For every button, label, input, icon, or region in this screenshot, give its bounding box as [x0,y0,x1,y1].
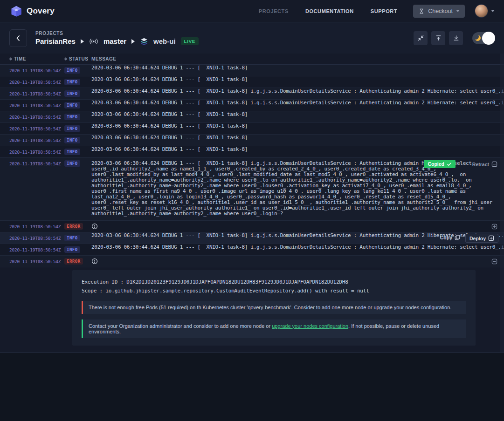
status-badge: INFO [64,79,80,85]
user-menu[interactable] [475,5,495,17]
play-separator-icon [131,39,135,44]
theme-toggle[interactable] [472,32,495,44]
log-time: 2020-11-19T08:50:54Z [0,123,64,134]
status-badge: INFO [64,137,80,143]
copy-icon [455,235,460,240]
log-time: 2020-11-19T08:50:54Z [0,111,64,122]
qovery-logo-icon [10,5,22,17]
breadcrumb: PROJECTS ParisianRes master web-ui LIVE [35,31,199,46]
execution-id-value: D1K2DIJD20123F9129JD0J1DJAPFOAPDN182DU12… [126,279,348,285]
log-time: 2020-11-19T08:50:54Z [0,65,64,76]
log-row[interactable]: 2020-11-19T08:50:54Z INFO 2020-03-06 06:… [0,76,504,88]
column-label: STATUS [69,56,89,61]
log-row[interactable]: 2020-11-19T08:50:54Z ERROR [0,256,504,267]
qovery-brand[interactable]: Qovery [10,5,55,17]
log-time: 2020-11-19T08:50:54Z [0,256,64,267]
alert-circle-icon [91,258,98,265]
nav-link-projects[interactable]: PROJECTS [259,8,289,14]
breadcrumb-service[interactable]: web-ui [153,37,176,45]
nav-link-documentation[interactable]: DOCUMENTATION [305,8,354,14]
scope-label: Scope : [82,288,103,294]
checkout-button[interactable]: Checkout [413,5,465,18]
log-row[interactable]: 2020-11-19T08:50:54Z INFO 2020-03-06 06:… [0,244,504,256]
log-row[interactable]: 2020-11-19T08:50:54Z INFO 2020-03-06 06:… [0,100,504,111]
status-badge: INFO [64,235,80,241]
copied-button[interactable]: Copied [424,160,456,168]
log-message: 2020-03-06 06:30:44.624 DEBUG 1 --- [ XN… [91,65,504,71]
checkout-label: Checkout [428,8,453,14]
log-message: 2020-03-06 06:30:44.624 DEBUG 1 --- [ XN… [91,135,504,141]
chevron-down-icon [456,10,460,12]
upgrade-nodes-link[interactable]: upgrade your nodes configuration [272,323,348,329]
log-time: 2020-11-19T08:50:54Z [0,76,64,88]
warning-note: There is not enough free Pods (51 requir… [82,301,466,314]
column-label: MESSAGE [91,56,117,61]
advice-note: Contact your Organization admninistrator… [82,319,466,338]
top-navbar: Qovery PROJECTS DOCUMENTATION SUPPORT Ch… [0,0,504,22]
expand-row-button[interactable] [491,224,497,230]
log-row[interactable]: 2020-11-19T08:50:54Z INFO 2020-03-06 06:… [0,232,504,244]
column-header-status[interactable]: STATUS [64,56,91,61]
breadcrumb-eyebrow: PROJECTS [35,31,199,36]
log-time: 2020-11-19T08:50:54Z [0,100,64,111]
alert-circle-icon [91,223,98,230]
log-message: 2020-03-06 06:30:44.624 DEBUG 1 --- [ XN… [91,88,504,94]
log-time: 2020-11-19T08:50:54Z [0,135,64,146]
collapse-arrows-icon [417,34,424,41]
column-header-time[interactable]: TIME [0,56,64,61]
avatar[interactable] [475,5,488,17]
status-badge: ERROR [64,258,83,265]
log-time: 2020-11-19T08:50:54Z [0,88,64,99]
toggle-knob[interactable] [482,32,495,45]
status-badge: INFO [64,125,80,132]
log-row[interactable]: 2020-11-19T08:50:54Z INFO 2020-03-06 06:… [0,88,504,100]
layers-icon [140,37,148,46]
scrollbar-track[interactable] [500,54,504,352]
log-time: 2020-11-19T08:50:54Z [0,158,64,169]
broadcast-icon [89,38,98,45]
nav-links: PROJECTS DOCUMENTATION SUPPORT [259,8,397,14]
log-time: 2020-11-19T08:50:54Z [0,232,64,244]
log-row[interactable]: 2020-11-19T08:50:54Z INFO 2020-03-06 06:… [0,158,504,221]
retract-button[interactable]: Retract [472,161,497,167]
log-row[interactable]: 2020-11-19T08:50:54Z ERROR [0,221,504,232]
log-message [91,256,504,266]
log-row[interactable]: 2020-11-19T08:50:54Z INFO 2020-03-06 06:… [0,65,504,76]
collapse-row-button[interactable] [491,258,497,265]
empty-area [0,353,504,421]
back-button[interactable] [9,29,27,47]
chevron-down-icon [491,10,495,12]
nav-link-support[interactable]: SUPPORT [371,8,397,14]
advice-prefix: Contact your Organization admninistrator… [89,323,272,329]
check-icon [447,162,452,167]
log-message: 2020-03-06 06:30:44.624 DEBUG 1 --- [ XN… [91,123,504,129]
sort-icon [9,57,12,61]
status-badge: INFO [64,246,80,253]
table-header: TIME STATUS MESSAGE [0,54,504,65]
error-detail-zone: Execution ID : D1K2DIJD20123F9129JD0J1DJ… [0,267,504,352]
status-badge: INFO [64,67,80,74]
brand-name: Qovery [27,7,55,16]
scope-value: io.github.jhipster.sample.repository.Cus… [105,288,369,294]
live-status-badge: LIVE [181,37,199,45]
log-row[interactable]: 2020-11-19T08:50:54Z INFO 2020-03-06 06:… [0,135,504,146]
log-time: 2020-11-19T08:50:54Z [0,221,64,232]
collapse-all-button[interactable] [414,31,428,45]
breadcrumb-project[interactable]: ParisianRes [35,37,76,45]
breadcrumb-branch[interactable]: master [104,37,126,45]
plus-square-icon [488,235,494,241]
scroll-to-top-button[interactable] [431,31,445,45]
log-row[interactable]: 2020-11-19T08:50:54Z INFO 2020-03-06 06:… [0,111,504,123]
copy-button[interactable]: Copy [440,235,460,240]
log-row[interactable]: 2020-11-19T08:50:54Z INFO 2020-03-06 06:… [0,123,504,135]
moon-icon [475,35,481,41]
scroll-to-bottom-button[interactable] [449,31,463,45]
error-detail-panel: Execution ID : D1K2DIJD20123F9129JD0J1DJ… [72,270,476,346]
minus-square-icon [491,258,497,265]
execution-id-line: Execution ID : D1K2DIJD20123F9129JD0J1DJ… [72,278,476,286]
log-row[interactable]: 2020-11-19T08:50:54Z INFO 2020-03-06 06:… [0,146,504,158]
log-message: 2020-03-06 06:30:44.624 DEBUG 1 --- [ XN… [91,146,504,152]
column-header-message: MESSAGE [91,56,117,61]
hourglass-icon [418,8,425,14]
deploy-button[interactable]: Deploy [465,234,498,243]
